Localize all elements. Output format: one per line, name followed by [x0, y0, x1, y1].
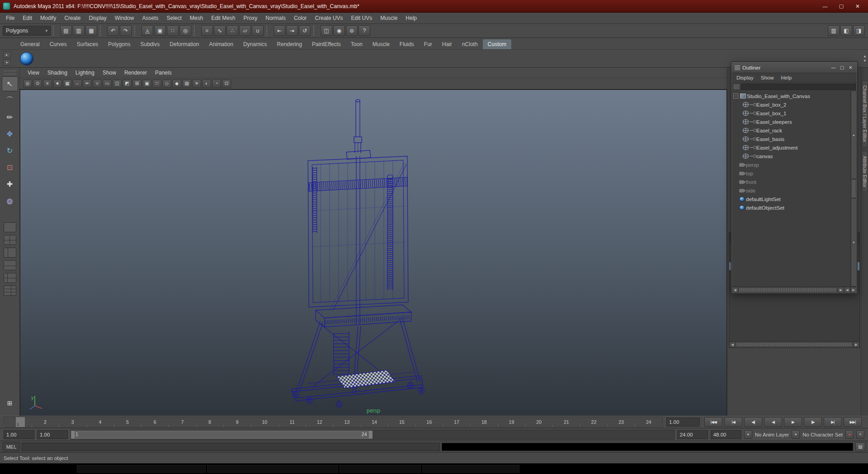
- outliner-menu-item[interactable]: Show: [757, 74, 778, 81]
- ipr-render-icon[interactable]: ◉: [333, 25, 345, 36]
- menu-item[interactable]: Window: [111, 14, 138, 23]
- gate-mask-icon[interactable]: ◩: [123, 80, 132, 88]
- shelf-tab[interactable]: Rendering: [272, 39, 307, 49]
- outliner-row[interactable]: defaultObjectSet: [732, 203, 850, 212]
- camera-attributes-icon[interactable]: ≡: [43, 80, 52, 88]
- highlight-selection-icon[interactable]: ◎: [179, 25, 191, 36]
- universal-manipulator-icon[interactable]: ✚: [2, 177, 18, 192]
- menu-item[interactable]: Modify: [36, 14, 60, 23]
- wireframe-display-icon[interactable]: ◇: [162, 80, 171, 88]
- layer-editor-hscrollbar[interactable]: ◀ ▶: [729, 341, 859, 347]
- textured-display-icon[interactable]: ▨: [182, 80, 191, 88]
- shelf-scroll-up-icon[interactable]: ▲: [863, 55, 867, 58]
- outliner-row[interactable]: front: [732, 178, 850, 186]
- shelf-tab[interactable]: General: [15, 39, 45, 49]
- vscroll-thumb[interactable]: [851, 179, 856, 198]
- bookmarks-icon[interactable]: ★: [53, 80, 62, 88]
- hscroll-thumb[interactable]: [739, 287, 837, 292]
- scroll-right-icon[interactable]: ▶: [838, 287, 844, 293]
- frame-tick[interactable]: 17: [443, 417, 471, 427]
- render-current-frame-icon[interactable]: ◫: [321, 25, 332, 36]
- frame-tick[interactable]: 10: [251, 417, 278, 427]
- menu-item[interactable]: Edit Mesh: [207, 14, 239, 23]
- outliner-row[interactable]: canvas: [732, 152, 850, 160]
- frame-tick[interactable]: 4: [86, 417, 114, 427]
- frame-tick[interactable]: 21: [552, 417, 580, 427]
- playback-range-bar[interactable]: [71, 431, 373, 439]
- menu-item[interactable]: Edit: [19, 14, 36, 23]
- frame-tick[interactable]: 6: [141, 417, 169, 427]
- animation-start-field[interactable]: 1.00: [4, 430, 34, 439]
- layout-single-pane-button[interactable]: [4, 222, 16, 232]
- field-chart-icon[interactable]: ⊞: [132, 80, 142, 88]
- snap-to-point-icon[interactable]: ∴: [226, 25, 238, 36]
- step-back-frame-button[interactable]: |◀: [724, 417, 742, 427]
- shelf-tab-menu-icon[interactable]: ▸: [3, 52, 11, 58]
- 2d-pan-zoom-icon[interactable]: ⇔: [73, 80, 82, 88]
- play-backwards-button[interactable]: ◀: [764, 417, 782, 427]
- select-by-component-icon[interactable]: ∷: [167, 25, 179, 36]
- range-slider-track[interactable]: 1 24: [71, 430, 675, 440]
- animation-preferences-icon[interactable]: ≡: [856, 430, 864, 439]
- outliner-vscrollbar[interactable]: ▲ ▼: [850, 91, 857, 286]
- step-back-key-button[interactable]: ◀|: [744, 417, 762, 427]
- script-editor-icon[interactable]: ▤: [855, 442, 865, 451]
- undo-icon[interactable]: ↶: [107, 25, 119, 36]
- go-to-end-button[interactable]: ▶▶|: [844, 417, 862, 427]
- play-forwards-button[interactable]: ▶: [784, 417, 802, 427]
- menu-item[interactable]: Help: [401, 14, 421, 23]
- toggle-attribute-editor-icon[interactable]: ◨: [853, 25, 865, 36]
- frame-tick[interactable]: 22: [580, 417, 608, 427]
- scroll-right-icon[interactable]: ▶: [853, 342, 859, 347]
- menu-item[interactable]: Muscle: [376, 14, 401, 23]
- frame-tick[interactable]: 19: [498, 417, 525, 427]
- quick-help-icon[interactable]: ?: [359, 25, 370, 36]
- construction-history-icon[interactable]: ↺: [299, 25, 311, 36]
- frame-tick[interactable]: 8: [196, 417, 224, 427]
- outliner-row[interactable]: − Studio_Easel_with_Canvas: [732, 92, 850, 100]
- menu-set-dropdown[interactable]: Polygons ▾: [3, 26, 51, 36]
- snap-to-view-plane-icon[interactable]: ▱: [239, 25, 251, 36]
- outliner-row[interactable]: Easel_rack: [732, 126, 850, 135]
- menu-item[interactable]: Display: [85, 14, 110, 23]
- isolate-select-icon[interactable]: ⊡: [222, 80, 231, 88]
- go-to-start-button[interactable]: |◀◀: [704, 417, 722, 427]
- safe-title-icon[interactable]: □: [152, 80, 161, 88]
- select-by-hierarchy-icon[interactable]: ◬: [142, 25, 153, 36]
- menu-item[interactable]: File: [2, 14, 19, 23]
- lock-camera-icon[interactable]: ⊙: [33, 80, 42, 88]
- easel-wireframe-model[interactable]: [20, 90, 726, 416]
- shelf-tab[interactable]: Toon: [346, 39, 368, 49]
- shelf-tab[interactable]: Deformation: [165, 39, 204, 49]
- shelf-tab[interactable]: Custom: [483, 39, 511, 49]
- auto-keyframe-icon[interactable]: ●: [845, 430, 854, 439]
- outliner-minimize-button[interactable]: —: [829, 64, 838, 71]
- shelf-tab[interactable]: Subdivs: [135, 39, 165, 49]
- save-scene-icon[interactable]: ▦: [85, 25, 97, 36]
- menu-item[interactable]: Mesh: [186, 14, 207, 23]
- move-tool-icon[interactable]: ✥: [2, 127, 18, 141]
- menu-item[interactable]: Edit UVs: [347, 14, 377, 23]
- shelf-tab[interactable]: Animation: [204, 39, 238, 49]
- expand-collapse-icon[interactable]: −: [733, 94, 738, 99]
- current-time-field[interactable]: 1.00: [666, 418, 700, 427]
- layout-multi-pane-button[interactable]: [4, 286, 16, 296]
- outliner-maximize-button[interactable]: ▢: [838, 64, 846, 71]
- shelf-tab[interactable]: Fluids: [395, 39, 419, 49]
- outliner-row[interactable]: Easel_box_1: [732, 109, 850, 117]
- frame-tick[interactable]: 13: [333, 417, 361, 427]
- select-by-object-icon[interactable]: ▣: [154, 25, 166, 36]
- new-scene-icon[interactable]: ▤: [60, 25, 72, 36]
- scroll-right-icon[interactable]: ▶: [850, 287, 857, 293]
- scroll-up-icon[interactable]: ▲: [851, 91, 857, 179]
- snap-to-curve-icon[interactable]: ∿: [214, 25, 226, 36]
- toggle-channel-box-icon[interactable]: ▥: [828, 25, 840, 36]
- output-connections-icon[interactable]: ⇥: [286, 25, 298, 36]
- panel-menu-item[interactable]: Shading: [43, 69, 71, 77]
- filter-icon[interactable]: [733, 84, 740, 90]
- shelf-tab[interactable]: nCloth: [457, 39, 483, 49]
- vray-sphere-shelf-icon[interactable]: [20, 52, 33, 66]
- xray-icon[interactable]: ◔: [212, 80, 221, 88]
- frame-tick[interactable]: 14: [361, 417, 388, 427]
- grid-toggle-icon[interactable]: ⌗: [93, 80, 102, 88]
